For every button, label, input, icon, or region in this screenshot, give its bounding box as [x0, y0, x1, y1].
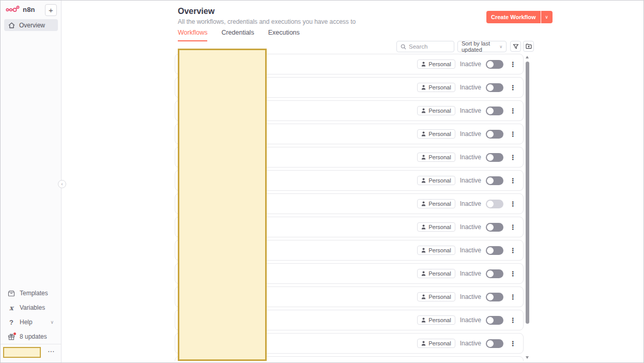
sidebar-item-updates[interactable]: 8 updates	[1, 329, 61, 344]
row-menu-icon[interactable]: ⋮	[508, 247, 518, 254]
home-icon	[8, 22, 15, 28]
gift-icon	[8, 334, 15, 340]
status-label: Inactive	[460, 154, 481, 161]
sidebar-collapse-button[interactable]: ‹	[58, 180, 66, 188]
owner-badge-label: Personal	[428, 317, 451, 323]
owner-badge-label: Personal	[428, 154, 451, 160]
owner-badge-label: Personal	[428, 270, 451, 277]
search-input[interactable]	[409, 43, 448, 50]
scrollbar[interactable]	[526, 54, 530, 360]
person-icon	[421, 62, 426, 67]
sidebar-item-help[interactable]: ? Help ∨	[1, 315, 61, 329]
sort-dropdown[interactable]: Sort by last updated ∨	[457, 41, 507, 52]
status-label: Inactive	[460, 340, 481, 347]
person-icon	[421, 317, 426, 323]
person-icon	[421, 248, 426, 253]
toggle-knob	[487, 224, 494, 231]
tab-executions[interactable]: Executions	[268, 29, 300, 41]
owner-badge: Personal	[417, 269, 455, 278]
scrollbar-thumb[interactable]	[526, 62, 529, 324]
row-menu-icon[interactable]: ⋮	[508, 340, 518, 347]
add-workflow-button[interactable]: +	[45, 4, 57, 16]
status-label: Inactive	[460, 247, 481, 254]
sidebar-item-label: 8 updates	[20, 333, 47, 340]
owner-badge: Personal	[417, 129, 455, 139]
sidebar-item-variables[interactable]: x Variables	[1, 300, 61, 315]
active-toggle[interactable]	[486, 223, 503, 232]
row-menu-icon[interactable]: ⋮	[508, 316, 518, 324]
n8n-logo-icon	[6, 5, 20, 13]
create-workflow-dropdown-icon[interactable]: ∨	[541, 11, 553, 23]
row-menu-icon[interactable]: ⋮	[508, 200, 518, 208]
person-icon	[421, 108, 426, 113]
active-toggle[interactable]	[486, 200, 503, 208]
redaction-box-workflow-names	[178, 49, 267, 361]
status-label: Inactive	[460, 200, 481, 207]
owner-badge: Personal	[417, 199, 455, 208]
sidebar-item-label: Variables	[20, 304, 45, 311]
app-window: n8n + Overview	[0, 0, 644, 363]
person-icon	[421, 201, 426, 206]
row-menu-icon[interactable]: ⋮	[508, 154, 518, 161]
search-box[interactable]	[396, 41, 454, 52]
active-toggle[interactable]	[486, 339, 503, 348]
tab-credentials[interactable]: Credentials	[221, 29, 254, 41]
scroll-down-icon[interactable]	[526, 356, 529, 359]
person-icon	[421, 224, 426, 230]
person-icon	[421, 341, 426, 346]
new-folder-button[interactable]	[523, 41, 534, 52]
create-workflow-button[interactable]: Create Workflow ∨	[486, 11, 553, 23]
status-label: Inactive	[460, 107, 481, 114]
active-toggle[interactable]	[486, 316, 503, 325]
owner-badge-label: Personal	[428, 340, 451, 346]
filter-button[interactable]	[510, 41, 521, 52]
sidebar-item-label: Overview	[19, 22, 45, 29]
scroll-up-icon[interactable]	[526, 56, 529, 58]
person-icon	[421, 294, 426, 299]
toggle-knob	[487, 340, 494, 347]
owner-badge: Personal	[417, 176, 455, 185]
owner-badge-label: Personal	[428, 108, 451, 114]
create-workflow-label[interactable]: Create Workflow	[486, 11, 541, 23]
toggle-knob	[487, 154, 494, 161]
active-toggle[interactable]	[486, 107, 503, 115]
toggle-knob	[487, 84, 494, 91]
toggle-knob	[487, 247, 494, 254]
notification-dot	[13, 332, 16, 335]
status-label: Inactive	[460, 223, 481, 231]
chevron-down-icon: ∨	[50, 320, 54, 325]
owner-badge-label: Personal	[428, 177, 451, 184]
row-menu-icon[interactable]: ⋮	[508, 61, 518, 68]
active-toggle[interactable]	[486, 246, 503, 255]
sidebar-item-label: Templates	[20, 290, 48, 297]
variables-icon: x	[8, 304, 15, 312]
active-toggle[interactable]	[486, 269, 503, 278]
row-menu-icon[interactable]: ⋮	[508, 107, 518, 115]
active-toggle[interactable]	[486, 293, 503, 301]
sidebar-item-overview[interactable]: Overview	[4, 19, 58, 31]
tab-bar: Workflows Credentials Executions	[178, 29, 300, 41]
person-icon	[421, 271, 426, 276]
active-toggle[interactable]	[486, 153, 503, 162]
active-toggle[interactable]	[486, 83, 503, 92]
toggle-knob	[487, 294, 494, 300]
active-toggle[interactable]	[486, 60, 503, 69]
owner-badge: Personal	[417, 153, 455, 162]
active-toggle[interactable]	[486, 130, 503, 139]
owner-badge: Personal	[417, 315, 455, 325]
sidebar-item-label: Help	[20, 319, 33, 326]
row-menu-icon[interactable]: ⋮	[508, 177, 518, 185]
toggle-knob	[487, 270, 494, 277]
status-label: Inactive	[460, 61, 481, 68]
toggle-knob	[487, 131, 494, 138]
user-menu-icon[interactable]: ⋯	[48, 347, 55, 355]
row-menu-icon[interactable]: ⋮	[508, 130, 518, 138]
status-label: Inactive	[460, 293, 481, 300]
row-menu-icon[interactable]: ⋮	[508, 223, 518, 231]
active-toggle[interactable]	[486, 176, 503, 185]
row-menu-icon[interactable]: ⋮	[508, 293, 518, 301]
sidebar-item-templates[interactable]: Templates	[1, 286, 61, 300]
tab-workflows[interactable]: Workflows	[178, 29, 207, 41]
row-menu-icon[interactable]: ⋮	[508, 270, 518, 278]
row-menu-icon[interactable]: ⋮	[508, 84, 518, 92]
